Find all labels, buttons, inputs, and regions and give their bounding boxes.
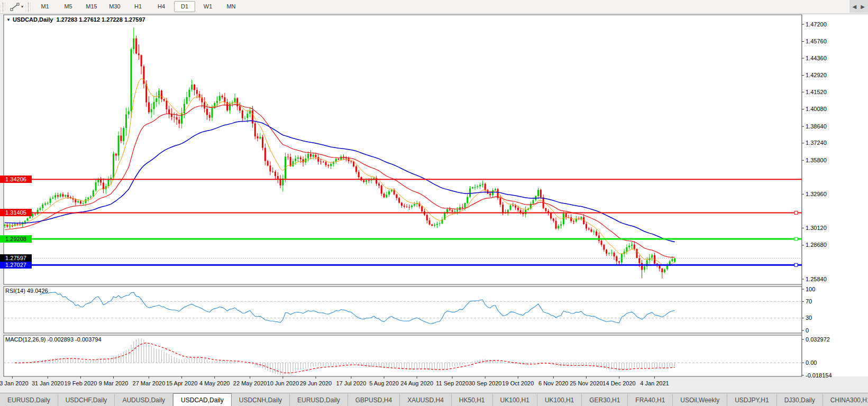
date-axis-label: 5 Aug 2020 [369,380,399,386]
toolbar-grip[interactable] [3,3,5,11]
date-axis-label: 14 Dec 2020 [602,380,635,386]
date-axis-label: 11 Sep 2020 [436,380,469,386]
price-axis-tick: 1.44360 [806,55,827,61]
timeframe-button-mn[interactable]: MN [221,1,242,12]
macd-axis-tick: 0.00 [806,359,817,366]
hline-price-tag-1.31405: 1.31405 [0,209,32,216]
rsi-axis-tick: 100 [806,286,815,292]
macd-axis-tick: -0.018154 [806,372,832,379]
symbol-tab-bar: EURUSD,DailyUSDCHF,DailyAUDUSD,DailyUSDC… [0,393,868,406]
chevron-down-icon[interactable]: ▾ [21,4,23,9]
timeframe-button-m30[interactable]: M30 [104,1,125,12]
date-axis-label: 25 Nov 2020 [570,380,602,386]
hline-price-tag-1.34206: 1.34206 [0,176,32,183]
date-axis-label: 27 Mar 2020 [133,380,166,386]
symbol-tab-usoil-weekly[interactable]: USOil,Weekly [673,394,727,406]
price-axis-tick: 1.47200 [806,21,827,27]
timeframe-button-m1[interactable]: M1 [34,1,56,12]
date-axis-label: 22 May 2020 [233,380,267,386]
rsi-axis-tick: 0 [806,327,809,334]
symbol-tab-fra40-h1[interactable]: FRA40,H1 [628,394,673,406]
date-axis-label: 24 Aug 2020 [400,380,433,386]
price-axis-tick: 1.38640 [806,123,827,130]
price-axis-tick: 1.37240 [806,140,827,146]
date-axis-label: 19 Oct 2020 [502,380,534,386]
chart-canvas[interactable] [0,0,868,406]
timeframe-button-w1[interactable]: W1 [197,1,218,12]
timeframe-button-d1[interactable]: D1 [174,1,195,12]
macd-axis-tick: 0.032972 [806,336,830,343]
date-axis-label: 10 Jun 2020 [267,380,299,386]
symbol-tab-usdcad-daily[interactable]: USDCAD,Daily [173,393,232,406]
symbol-tab-uk100-h1[interactable]: UK100,H1 [537,394,582,406]
symbol-tab-usdcnh-daily[interactable]: USDCNH,Daily [232,394,290,406]
top-toolbar: ▾ M1M5M15M30H1H4D1W1MN [0,0,868,14]
date-axis-label: 30 Sep 2020 [469,380,501,386]
price-axis-tick: 1.32960 [806,191,827,197]
date-axis-label: 15 Apr 2020 [166,380,197,386]
hline-price-tag-1.27027: 1.27027 [0,261,32,269]
date-axis-label: 9 Mar 2020 [99,380,129,386]
timeframe-button-h4[interactable]: H4 [151,1,172,12]
timeframe-button-m15[interactable]: M15 [81,1,102,12]
price-axis-tick: 1.40080 [806,106,827,112]
symbol-tab-usdchf-daily[interactable]: USDCHF,Daily [58,394,115,406]
date-axis-label: 31 Jan 2020 [32,380,64,386]
price-axis-tick: 1.30120 [806,225,827,231]
symbol-tab-uk100-h1[interactable]: UK100,H1 [493,394,537,406]
symbol-tab-gbpusd-h4[interactable]: GBPUSD,H4 [348,394,400,406]
date-axis-label: 4 Jan 2021 [640,380,669,386]
price-axis-tick: 1.42920 [806,72,827,78]
symbol-tab-china300-h1[interactable]: CHINA300,H1 [823,394,868,406]
line-tool-icon [10,3,20,11]
price-axis-tick: 1.35800 [806,157,827,163]
price-axis-tick: 1.45760 [806,38,827,44]
symbol-tab-hk50-h1[interactable]: HK50,H1 [452,394,493,406]
symbol-tab-audusd-daily[interactable]: AUDUSD,Daily [115,394,173,406]
toolbar-grip[interactable] [28,3,31,11]
rsi-indicator-label: RSI(14) 49.0426 [5,288,48,294]
symbol-tab-dj30-daily[interactable]: DJ30,Daily [777,394,823,406]
line-tool-button[interactable]: ▾ [8,1,25,13]
symbol-tab-xauusd-h4[interactable]: XAUUSD,H4 [400,394,452,406]
rsi-axis-tick: 70 [806,298,812,304]
symbol-tab-eurusd-daily[interactable]: EURUSD,Daily [0,394,58,406]
price-axis-tick: 1.25840 [806,276,827,282]
symbol-tab-usdjpy-h1[interactable]: USDJPY,H1 [727,394,776,406]
chart-title: ▼USDCAD,Daily 1.27283 1.27612 1.27228 1.… [6,16,145,23]
chart-symbol-label: USDCAD,Daily [13,16,53,23]
date-axis-label: 19 Feb 2020 [65,380,97,386]
symbol-tab-ger30-h1[interactable]: GER30,H1 [582,394,628,406]
macd-indicator-label: MACD(12,26,9) -0.002893 -0.003794 [5,336,102,343]
date-axis-label: 4 May 2020 [199,380,230,386]
tab-scroll-left-button[interactable]: ◀ [853,4,857,10]
timeframe-button-h1[interactable]: H1 [127,1,149,12]
hline-price-tag-1.29208: 1.29208 [0,235,32,243]
date-axis-label: 6 Nov 2020 [538,380,568,386]
collapse-triangle-icon[interactable]: ▼ [6,17,11,22]
tab-scroll-right-button[interactable]: ▶ [861,4,865,10]
current-price-tag: 1.27597 [0,254,32,262]
timeframe-button-m5[interactable]: M5 [58,1,79,12]
date-axis-label: 17 Jul 2020 [336,380,366,386]
rsi-axis-tick: 30 [806,315,812,321]
price-axis-tick: 1.28680 [806,242,827,248]
date-axis-label: 29 Jun 2020 [300,380,332,386]
chart-ohlc-values: 1.27283 1.27612 1.27228 1.27597 [56,16,145,23]
date-axis-label: 13 Jan 2020 [0,380,29,386]
price-axis-tick: 1.41520 [806,89,827,95]
symbol-tab-eurusd-daily[interactable]: EURUSD,Daily [290,394,348,406]
